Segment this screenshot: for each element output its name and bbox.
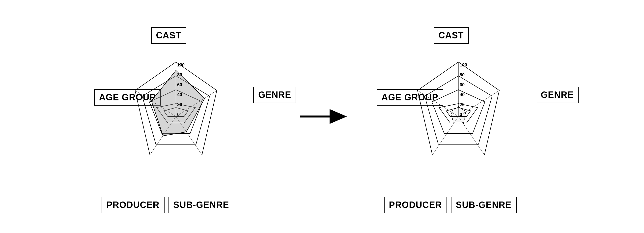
axis-label-20-1: 20 — [177, 102, 182, 107]
axis-label-80-2: 80 — [460, 72, 464, 77]
cast-label-1: CAST — [151, 27, 186, 44]
axis-label-40-2: 40 — [460, 92, 464, 97]
axis-label-100-1: 100 — [177, 62, 184, 68]
svg-marker-12 — [330, 109, 347, 124]
axis-label-60-2: 60 — [460, 82, 464, 87]
subgenre-label-1: SUB-GENRE — [168, 197, 234, 213]
diagram-2: 30 CAST 40 AGE GROUP 70 GENRE 50 — [377, 22, 550, 211]
subgenre-label-2: SUB-GENRE — [451, 197, 517, 213]
main-container: 30 CAST 40 AGE GROUP 70 GENRE 50 — [0, 0, 644, 233]
axis-label-40-1: 40 — [177, 92, 182, 97]
arrow-container — [297, 104, 347, 129]
diagram-1: 30 CAST 40 AGE GROUP 70 GENRE 50 — [94, 22, 268, 211]
radar-chart-1: .pentagon-outline { fill: none; stroke: … — [131, 47, 220, 176]
genre-label-1: GENRE — [253, 87, 296, 103]
axis-label-60-1: 60 — [177, 82, 182, 87]
arrow-svg — [297, 104, 347, 129]
axis-label-80-1: 80 — [177, 72, 182, 77]
axis-label-20-2: 20 — [460, 102, 464, 107]
axis-label-100-2: 100 — [460, 62, 467, 68]
producer-label-1: PRODUCER — [102, 197, 164, 213]
producer-label-2: PRODUCER — [384, 197, 447, 213]
cast-label-2: CAST — [434, 27, 469, 44]
genre-label-2: GENRE — [536, 87, 578, 103]
axis-label-0-2: 0 — [460, 112, 462, 117]
radar-chart-2: .pentagon-outline2 { fill: none; stroke:… — [414, 47, 503, 176]
axis-label-0-1: 0 — [177, 112, 180, 117]
